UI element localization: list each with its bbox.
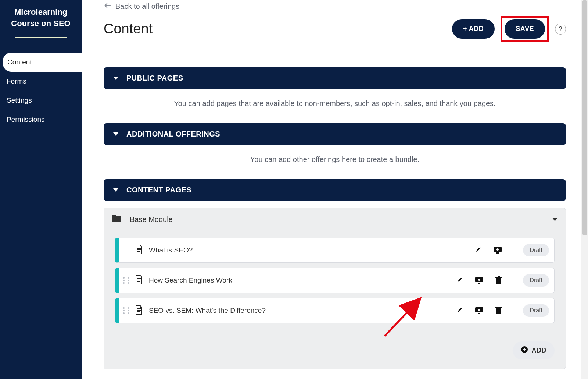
svg-rect-2 xyxy=(112,215,116,217)
help-icon: ? xyxy=(559,26,562,32)
document-icon xyxy=(135,275,143,286)
drag-handle-icon[interactable] xyxy=(123,277,131,284)
page-row[interactable]: How Search Engines Work xyxy=(115,268,555,293)
course-title-line2: Course on SEO xyxy=(11,19,70,28)
edit-design-icon[interactable] xyxy=(474,246,482,254)
chevron-down-icon xyxy=(113,132,118,136)
chevron-down-icon xyxy=(113,188,118,192)
preview-icon[interactable] xyxy=(474,307,484,315)
delete-icon[interactable] xyxy=(495,307,502,315)
svg-rect-15 xyxy=(496,278,501,284)
svg-point-13 xyxy=(478,279,480,281)
page-row[interactable]: SEO vs. SEM: What's the Difference? xyxy=(115,298,555,323)
preview-icon[interactable] xyxy=(474,276,484,284)
row-actions xyxy=(455,307,508,315)
outer-scroll-track xyxy=(575,0,581,379)
drag-handle-icon[interactable] xyxy=(123,307,131,314)
page-title: SEO vs. SEM: What's the Difference? xyxy=(149,307,455,315)
sidebar-item-label: Forms xyxy=(7,77,26,85)
section-additional-offerings-header[interactable]: ADDITIONAL OFFERINGS xyxy=(104,123,566,145)
svg-rect-23 xyxy=(478,313,480,314)
module-add-area: ADD xyxy=(104,339,566,369)
svg-rect-8 xyxy=(496,252,499,254)
preview-icon[interactable] xyxy=(493,246,502,254)
chevron-down-icon[interactable] xyxy=(552,218,557,221)
section-additional-offerings-help: You can add other offerings here to crea… xyxy=(104,145,566,167)
help-button[interactable]: ? xyxy=(555,24,566,35)
add-button-label: + ADD xyxy=(463,25,484,33)
scroll-thumb[interactable] xyxy=(582,0,587,235)
module-header[interactable]: Base Module xyxy=(104,208,566,231)
module-panel: Base Module xyxy=(104,208,566,369)
arrow-left-icon xyxy=(104,1,112,11)
row-actions xyxy=(474,246,508,254)
section-additional-offerings: ADDITIONAL OFFERINGS You can add other o… xyxy=(104,123,566,167)
document-icon xyxy=(135,305,143,316)
course-title: Microlearning Course on SEO xyxy=(0,7,82,37)
page-title: How Search Engines Work xyxy=(149,276,455,284)
section-title: CONTENT PAGES xyxy=(126,186,191,194)
svg-rect-29 xyxy=(523,349,526,350)
plus-circle-icon xyxy=(521,346,528,355)
svg-rect-26 xyxy=(498,307,500,308)
svg-point-7 xyxy=(496,248,499,251)
sidebar-item-content[interactable]: Content xyxy=(3,53,88,72)
back-label: Back to all offerings xyxy=(115,2,179,11)
row-actions xyxy=(455,276,508,284)
section-title: ADDITIONAL OFFERINGS xyxy=(126,130,220,138)
title-divider xyxy=(15,37,67,38)
folder-icon xyxy=(112,215,122,224)
edit-design-icon[interactable] xyxy=(455,307,463,315)
svg-rect-1 xyxy=(112,216,121,222)
document-icon xyxy=(135,245,143,256)
sidebar-item-label: Content xyxy=(7,58,32,66)
delete-icon[interactable] xyxy=(495,276,502,284)
section-content-pages: CONTENT PAGES Base Module xyxy=(104,179,566,369)
header-divider xyxy=(104,56,566,56)
sidebar-item-label: Settings xyxy=(7,96,32,104)
page-title: What is SEO? xyxy=(149,246,474,254)
save-highlight-box: SAVE xyxy=(501,16,549,42)
section-title: PUBLIC PAGES xyxy=(126,74,183,82)
sidebar-item-label: Permissions xyxy=(7,116,44,123)
chevron-down-icon xyxy=(113,77,118,80)
main-content: Back to all offerings Content + ADD SAVE… xyxy=(82,0,588,379)
module-name: Base Module xyxy=(130,215,173,224)
course-title-line1: Microlearning xyxy=(14,7,67,17)
page-title: Content xyxy=(104,21,153,37)
status-badge: Draft xyxy=(523,304,549,317)
section-content-pages-header[interactable]: CONTENT PAGES xyxy=(104,179,566,201)
status-badge: Draft xyxy=(523,244,549,256)
svg-rect-17 xyxy=(498,276,500,277)
scroll-track[interactable] xyxy=(581,0,588,379)
module-pages: What is SEO? xyxy=(104,231,566,339)
save-button-label: SAVE xyxy=(516,25,534,33)
sidebar-item-settings[interactable]: Settings xyxy=(0,91,82,110)
back-link[interactable]: Back to all offerings xyxy=(104,0,566,11)
module-add-button[interactable]: ADD xyxy=(513,341,555,359)
save-button[interactable]: SAVE xyxy=(505,19,545,39)
sidebar-item-forms[interactable]: Forms xyxy=(0,72,82,91)
svg-rect-24 xyxy=(496,308,501,314)
add-button[interactable]: + ADD xyxy=(452,19,495,39)
section-public-pages-help: You can add pages that are available to … xyxy=(104,89,566,111)
status-badge: Draft xyxy=(523,274,549,287)
header-actions: + ADD SAVE ? xyxy=(452,16,566,42)
sidebar: Microlearning Course on SEO Content Form… xyxy=(0,0,82,379)
page-row[interactable]: What is SEO? xyxy=(115,238,555,263)
svg-point-22 xyxy=(478,309,480,311)
edit-design-icon[interactable] xyxy=(455,276,463,284)
svg-rect-14 xyxy=(478,283,480,284)
module-add-label: ADD xyxy=(532,347,547,354)
section-public-pages-header[interactable]: PUBLIC PAGES xyxy=(104,67,566,89)
section-public-pages: PUBLIC PAGES You can add pages that are … xyxy=(104,67,566,111)
sidebar-item-permissions[interactable]: Permissions xyxy=(0,110,82,129)
